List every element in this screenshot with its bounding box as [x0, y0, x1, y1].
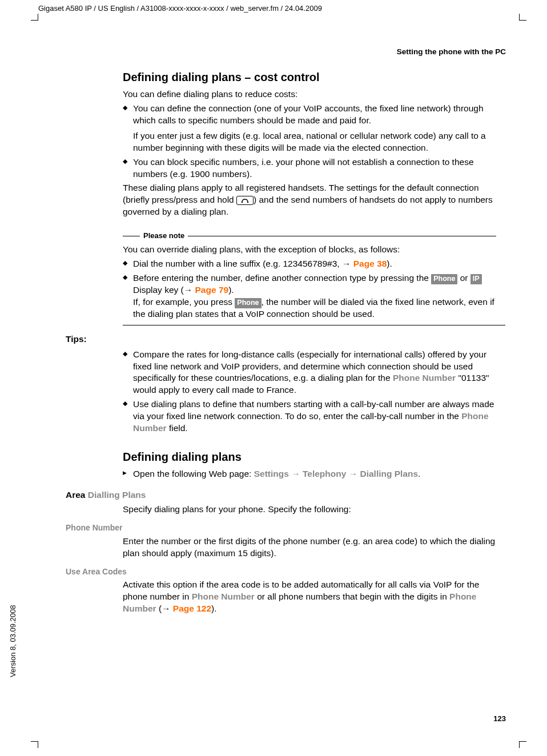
- call-key-icon: [236, 196, 254, 205]
- crop-mark: [520, 20, 526, 21]
- bullet-item: Use dialing plans to define that numbers…: [123, 399, 505, 435]
- arrow-icon: →: [291, 469, 300, 478]
- note-text: Dial the number with a line suffix (e.g.…: [133, 259, 342, 268]
- page-link[interactable]: Page 38: [353, 259, 387, 268]
- page-link[interactable]: Page 122: [173, 604, 211, 613]
- arrow-icon: →: [349, 469, 358, 478]
- area-label-text: Area: [66, 490, 88, 500]
- tips-label: Tips:: [66, 333, 505, 345]
- step-text: .: [418, 469, 420, 478]
- crop-mark: [38, 14, 38, 21]
- note-text: If, for example, you press: [133, 297, 235, 307]
- field-label-phone-number: Phone Number: [66, 522, 505, 533]
- note-text: or: [457, 273, 470, 283]
- ui-term: Dialling Plans: [360, 469, 418, 478]
- section-heading-defining: Defining dialing plans: [123, 449, 505, 465]
- bullet-subtext: If you enter just a few digits (e.g. loc…: [133, 130, 505, 154]
- field-description: Enter the number or the first digits of …: [123, 536, 505, 560]
- note-intro: You can override dialing plans, with the…: [123, 244, 505, 256]
- note-text: Display key (: [133, 285, 184, 295]
- note-text: ).: [387, 259, 392, 268]
- note-box: Please note You can override dialing pla…: [123, 230, 505, 325]
- crop-mark: [31, 741, 38, 742]
- field-text: or all phone numbers that begin with the…: [255, 592, 449, 601]
- field-text: (: [156, 604, 162, 613]
- page-number: 123: [493, 714, 506, 724]
- bullet-item: Dial the number with a line suffix (e.g.…: [123, 258, 505, 270]
- display-key-phone: Phone: [235, 298, 261, 308]
- bullet-item: You can block specific numbers, i.e. you…: [123, 156, 505, 180]
- arrow-icon: →: [162, 604, 171, 613]
- tip-text: field.: [167, 423, 188, 433]
- crop-mark: [520, 741, 526, 742]
- area-intro: Specify dialing plans for your phone. Sp…: [123, 504, 505, 516]
- note-text: Before entering the number, define anoth…: [133, 273, 431, 283]
- intro-text: You can define dialing plans to reduce c…: [123, 89, 505, 100]
- bullet-text: You can define the connection (one of yo…: [133, 103, 484, 125]
- document-path: Gigaset A580 IP / US English / A31008-xx…: [38, 3, 322, 14]
- step-text: Open the following Web page:: [133, 469, 254, 478]
- section-heading-cost-control: Defining dialing plans – cost control: [123, 70, 505, 85]
- crop-mark: [519, 741, 520, 748]
- svg-point-0: [242, 202, 243, 203]
- page-link[interactable]: Page 79: [195, 285, 229, 295]
- crop-mark: [519, 14, 520, 21]
- step-item: Open the following Web page: Settings → …: [123, 468, 505, 480]
- arrow-icon: →: [184, 285, 193, 295]
- field-description: Activate this option if the area code is…: [123, 579, 505, 615]
- crop-mark: [38, 741, 38, 748]
- display-key-phone: Phone: [431, 274, 457, 284]
- bullet-item: Before entering the number, define anoth…: [123, 272, 505, 320]
- area-label: Area Dialling Plans: [66, 489, 505, 501]
- body-paragraph: These dialing plans apply to all registe…: [123, 182, 505, 218]
- arrow-icon: →: [342, 259, 351, 268]
- note-rule: [123, 236, 140, 236]
- version-label: Version 8, 03.09.2008: [8, 605, 18, 678]
- field-label-use-area-codes: Use Area Codes: [66, 566, 505, 577]
- note-title: Please note: [143, 231, 184, 241]
- field-text: ).: [211, 604, 216, 613]
- ui-term: Settings: [254, 469, 289, 478]
- svg-point-1: [247, 202, 248, 203]
- ui-term: Phone Number: [393, 373, 456, 383]
- note-text: ).: [228, 285, 234, 295]
- ui-term: Telephony: [303, 469, 346, 478]
- tip-text: Use dialing plans to define that numbers…: [133, 399, 494, 421]
- bullet-item: You can define the connection (one of yo…: [123, 103, 505, 154]
- note-rule: [123, 325, 505, 325]
- crop-mark: [31, 20, 38, 21]
- note-rule: [188, 236, 496, 236]
- display-key-ip: IP: [470, 274, 482, 284]
- ui-term: Dialling Plans: [88, 490, 146, 500]
- ui-term: Phone Number: [192, 592, 255, 601]
- running-header: Setting the phone with the PC: [397, 47, 506, 57]
- bullet-item: Compare the rates for long-distance call…: [123, 349, 505, 397]
